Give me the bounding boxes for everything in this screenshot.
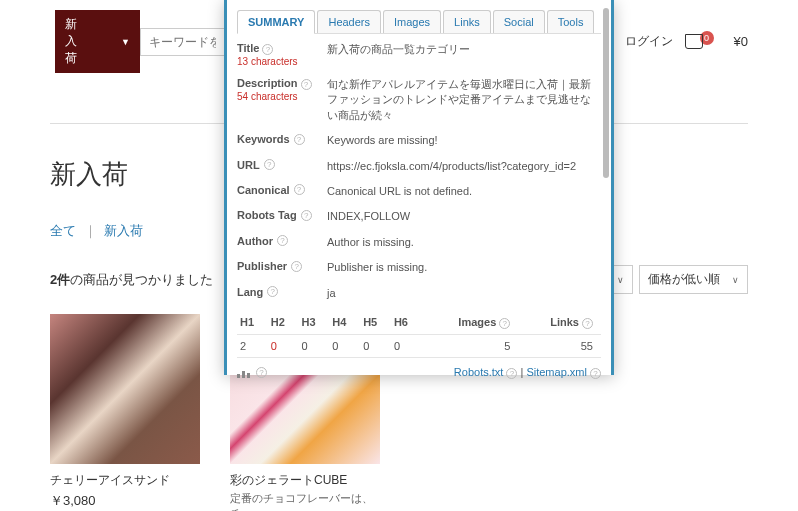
- help-icon[interactable]: ?: [267, 286, 278, 297]
- product-name: 彩のジェラートCUBE: [230, 472, 380, 489]
- th-images: Images ?: [422, 311, 519, 335]
- meta-canonical-value: Canonical URL is not defined.: [327, 184, 601, 199]
- th-h4: H4: [329, 311, 360, 335]
- th-h3: H3: [299, 311, 330, 335]
- category-selected-label: 新入荷: [65, 16, 81, 67]
- product-description: 定番のチョコフレーバーは、チョ: [230, 491, 380, 511]
- meta-robots-label: Robots Tag ?: [237, 209, 327, 221]
- meta-robots-row: Robots Tag ? INDEX,FOLLOW: [237, 209, 601, 224]
- table-data-row: 2 0 0 0 0 0 5 55: [237, 334, 601, 357]
- help-icon[interactable]: ?: [262, 44, 273, 55]
- top-right: ログイン 0 ¥0: [625, 33, 748, 50]
- filter-separator: ｜: [84, 223, 97, 238]
- meta-title-row: Title ?13 characters 新入荷の商品一覧カテゴリー: [237, 42, 601, 67]
- td-h4: 0: [329, 334, 360, 357]
- help-icon[interactable]: ?: [582, 318, 593, 329]
- product-card[interactable]: チェリーアイスサンド ￥3,080: [50, 314, 200, 511]
- meta-keywords-row: Keywords ? Keywords are missing!: [237, 133, 601, 148]
- meta-author-row: Author ? Author is missing.: [237, 235, 601, 250]
- td-h3: 0: [299, 334, 330, 357]
- th-links: Links ?: [518, 311, 601, 335]
- sitemap-link[interactable]: Sitemap.xml: [526, 366, 587, 378]
- meta-publisher-value: Publisher is missing.: [327, 260, 601, 275]
- meta-author-value: Author is missing.: [327, 235, 601, 250]
- category-select[interactable]: 新入荷 ▼: [55, 10, 140, 73]
- tab-links[interactable]: Links: [443, 10, 491, 33]
- table-header-row: H1 H2 H3 H4 H5 H6 Images ? Links ?: [237, 311, 601, 335]
- product-image: [50, 314, 200, 464]
- help-icon[interactable]: ?: [294, 184, 305, 195]
- meta-url-row: URL ? https://ec.fjoksla.com/4/products/…: [237, 159, 601, 174]
- meta-canonical-label: Canonical ?: [237, 184, 327, 196]
- result-count-suffix: の商品が見つかりました: [70, 272, 213, 287]
- tab-images[interactable]: Images: [383, 10, 441, 33]
- meta-keywords-label: Keywords ?: [237, 133, 327, 145]
- filter-all[interactable]: 全て: [50, 223, 76, 238]
- th-h5: H5: [360, 311, 391, 335]
- cart-icon: [685, 34, 703, 49]
- robots-link[interactable]: Robots.txt: [454, 366, 504, 378]
- meta-title-label: Title ?13 characters: [237, 42, 327, 67]
- meta-desc-label: Description ?54 characters: [237, 77, 327, 102]
- product-price: ￥3,080: [50, 492, 200, 510]
- search-input[interactable]: [140, 28, 225, 56]
- meta-lang-label: Lang ?: [237, 286, 327, 298]
- footer-links: Robots.txt ? | Sitemap.xml ?: [454, 366, 601, 379]
- td-h2: 0: [268, 334, 299, 357]
- meta-desc-value: 旬な新作アパレルアイテムを毎週水曜日に入荷｜最新ファッションのトレンドや定番アイ…: [327, 77, 601, 123]
- td-h1: 2: [237, 334, 268, 357]
- tab-social[interactable]: Social: [493, 10, 545, 33]
- meta-canonical-row: Canonical ? Canonical URL is not defined…: [237, 184, 601, 199]
- meta-title-value: 新入荷の商品一覧カテゴリー: [327, 42, 601, 57]
- help-icon[interactable]: ?: [499, 318, 510, 329]
- meta-url-value: https://ec.fjoksla.com/4/products/list?c…: [327, 159, 601, 174]
- help-icon[interactable]: ?: [590, 368, 601, 379]
- meta-publisher-row: Publisher ? Publisher is missing.: [237, 260, 601, 275]
- meta-lang-value: ja: [327, 286, 601, 301]
- help-icon[interactable]: ?: [506, 368, 517, 379]
- sort-order-label: 価格が低い順: [648, 271, 720, 288]
- td-h6: 0: [391, 334, 422, 357]
- help-icon[interactable]: ?: [291, 261, 302, 272]
- meta-lang-row: Lang ? ja: [237, 286, 601, 301]
- meta-desc-row: Description ?54 characters 旬な新作アパレルアイテムを…: [237, 77, 601, 123]
- meta-robots-value: INDEX,FOLLOW: [327, 209, 601, 224]
- help-icon[interactable]: ?: [264, 159, 275, 170]
- chevron-down-icon: ▼: [121, 37, 130, 47]
- cart-button[interactable]: 0: [685, 34, 714, 49]
- td-h5: 0: [360, 334, 391, 357]
- sort-order-select[interactable]: 価格が低い順 ∨: [639, 265, 748, 294]
- help-icon[interactable]: ?: [301, 210, 312, 221]
- help-icon[interactable]: ?: [277, 235, 288, 246]
- help-icon[interactable]: ?: [256, 367, 267, 378]
- meta-publisher-label: Publisher ?: [237, 260, 327, 272]
- scrollbar[interactable]: [603, 8, 609, 178]
- chevron-down-icon: ∨: [617, 275, 624, 285]
- seo-tabs: SUMMARY Headers Images Links Social Tool…: [237, 10, 601, 34]
- th-h1: H1: [237, 311, 268, 335]
- tab-headers[interactable]: Headers: [317, 10, 381, 33]
- result-count: 2件の商品が見つかりました: [50, 271, 213, 289]
- th-h2: H2: [268, 311, 299, 335]
- td-links: 55: [518, 334, 601, 357]
- meta-author-label: Author ?: [237, 235, 327, 247]
- meta-desc-sub: 54 characters: [237, 91, 298, 102]
- td-images: 5: [422, 334, 519, 357]
- filter-new[interactable]: 新入荷: [104, 223, 143, 238]
- help-icon[interactable]: ?: [294, 134, 305, 145]
- help-icon[interactable]: ?: [301, 79, 312, 90]
- tab-summary[interactable]: SUMMARY: [237, 10, 315, 34]
- meta-keywords-value: Keywords are missing!: [327, 133, 601, 148]
- cart-total: ¥0: [734, 34, 748, 49]
- panel-footer: ? Robots.txt ? | Sitemap.xml ?: [237, 366, 601, 379]
- chevron-down-icon: ∨: [732, 275, 739, 285]
- chart-icon[interactable]: [237, 366, 251, 378]
- seo-summary-panel: SUMMARY Headers Images Links Social Tool…: [224, 0, 614, 375]
- meta-title-sub: 13 characters: [237, 56, 298, 67]
- heading-summary-table: H1 H2 H3 H4 H5 H6 Images ? Links ? 2 0 0…: [237, 311, 601, 358]
- login-link[interactable]: ログイン: [625, 33, 673, 50]
- tab-tools[interactable]: Tools: [547, 10, 595, 33]
- result-count-number: 2件: [50, 272, 70, 287]
- meta-url-label: URL ?: [237, 159, 327, 171]
- product-name: チェリーアイスサンド: [50, 472, 200, 489]
